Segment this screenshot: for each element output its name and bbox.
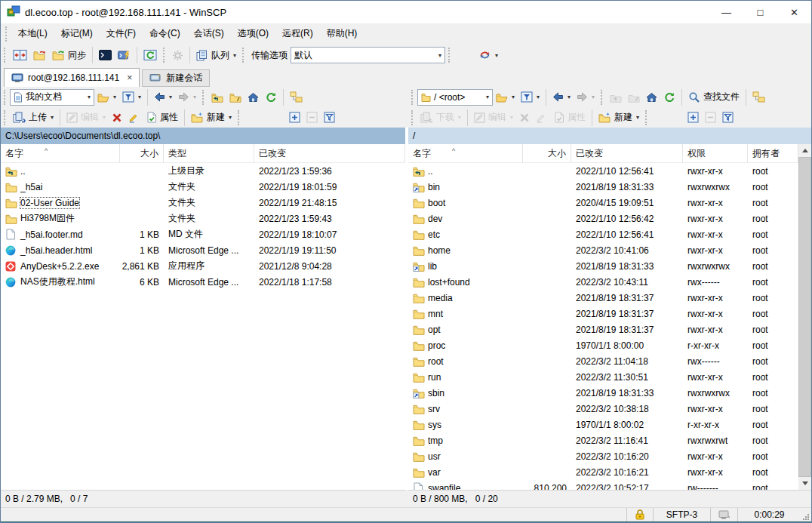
remote-tree-button[interactable] xyxy=(749,88,768,106)
table-row[interactable]: _h5ai文件夹2022/1/19 18:01:59 xyxy=(1,179,405,195)
table-row[interactable]: opt2021/8/19 18:31:37rwxr-xr-xroot xyxy=(408,321,798,337)
local-open-directory-button[interactable]: ▾ xyxy=(94,88,119,106)
queue-button[interactable]: 队列▾ xyxy=(193,46,239,64)
local-refresh-button[interactable] xyxy=(262,88,280,106)
session-status-cell[interactable] xyxy=(710,508,737,522)
open-console-button[interactable] xyxy=(115,46,134,64)
remote-parent-directory-button[interactable] xyxy=(607,88,625,106)
protocol-cell[interactable]: SFTP-3 xyxy=(653,508,710,522)
scroll-down-icon[interactable] xyxy=(798,477,811,490)
manage-connection-button[interactable]: ▾ xyxy=(475,46,501,64)
close-button[interactable]: ✕ xyxy=(777,1,811,23)
open-terminal-button[interactable] xyxy=(96,46,115,64)
table-row[interactable]: boot2020/4/15 19:09:51rwxr-xr-xroot xyxy=(408,195,798,211)
remote-scrollbar[interactable] xyxy=(798,144,811,490)
local-filter-button[interactable]: ▾ xyxy=(119,88,144,106)
local-parent-directory-button[interactable] xyxy=(208,88,226,106)
local-delete-button[interactable] xyxy=(109,109,125,127)
remote-filter-button[interactable]: ▾ xyxy=(518,88,543,106)
menu-item[interactable]: 选项(O) xyxy=(231,25,275,42)
remote-select-filter-button[interactable] xyxy=(719,109,737,127)
table-row[interactable]: swapfile810,2002022/3/2 10:52:17rw------… xyxy=(408,480,798,490)
table-row[interactable]: ..上级目录2022/1/23 1:59:36 xyxy=(1,163,405,179)
remote-open-directory-button[interactable]: ▾ xyxy=(493,88,518,106)
remote-path-bar[interactable]: / xyxy=(408,128,811,144)
local-new-button[interactable]: 新建▾ xyxy=(188,109,235,127)
local-edit-button[interactable]: 编辑▾ xyxy=(63,109,109,127)
table-row[interactable]: NAS使用教程.html6 KBMicrosoft Edge ...2022/1… xyxy=(1,274,405,290)
menu-item[interactable]: 远程(R) xyxy=(275,25,320,42)
synchronize-button[interactable]: 同步 xyxy=(49,46,89,64)
remote-select-button[interactable] xyxy=(684,109,702,127)
transfer-settings-combobox[interactable]: 默认▾ xyxy=(291,47,445,63)
remote-drive-combobox[interactable]: / <root>▾ xyxy=(417,89,493,106)
table-row[interactable]: proc1970/1/1 8:00:00r-xr-xr-xroot xyxy=(408,337,798,353)
remote-back-button[interactable]: ▾ xyxy=(549,88,574,106)
table-row[interactable]: srv2022/3/2 10:38:18rwxr-xr-xroot xyxy=(408,401,798,417)
table-row[interactable]: _h5ai.footer.md1 KBMD 文件2022/1/19 18:10:… xyxy=(1,226,405,242)
menu-item[interactable]: 文件(F) xyxy=(100,25,143,42)
local-select-button[interactable] xyxy=(286,109,303,127)
remote-go-to-directory-button[interactable] xyxy=(625,88,643,106)
menu-item[interactable]: 会话(S) xyxy=(187,25,231,42)
remote-edit-button[interactable]: 编辑▾ xyxy=(471,109,516,127)
table-row[interactable]: mnt2021/8/19 18:31:37rwxr-xr-xroot xyxy=(408,306,798,321)
table-row[interactable]: sys1970/1/1 8:00:02r-xr-xr-xroot xyxy=(408,417,798,432)
find-files-button[interactable]: 查找文件 xyxy=(685,88,743,106)
local-tree-button[interactable] xyxy=(287,88,306,106)
local-rename-button[interactable] xyxy=(125,109,143,127)
remote-delete-button[interactable] xyxy=(516,109,533,127)
table-row[interactable]: AnyDesk+5.2.2.exe2,861 KB应用程序2021/12/8 9… xyxy=(1,258,405,274)
local-home-button[interactable] xyxy=(245,88,262,106)
upload-button[interactable]: 上传▾ xyxy=(10,109,57,127)
table-row[interactable]: _h5ai.header.html1 KBMicrosoft Edge ...2… xyxy=(1,242,405,258)
local-forward-button[interactable]: ▾ xyxy=(175,88,199,106)
tab-new-session[interactable]: 新建会话 xyxy=(142,69,210,87)
column-header-2[interactable]: 大小 xyxy=(120,144,164,162)
column-header-3[interactable]: 已改变 xyxy=(571,144,683,162)
scroll-up-icon[interactable] xyxy=(798,144,811,157)
table-row[interactable]: lib2021/8/19 18:31:33rwxrwxrwxroot xyxy=(408,258,798,274)
column-header-4[interactable]: 权限 xyxy=(683,144,748,162)
swap-panels-button[interactable] xyxy=(10,46,30,64)
local-select-filter-button[interactable] xyxy=(321,109,338,127)
table-row[interactable]: sbin2021/8/19 18:31:33rwxrwxrwxroot xyxy=(408,385,798,401)
preferences-button[interactable] xyxy=(169,46,186,64)
tab-session-active[interactable]: root@192.168.111.141 × xyxy=(4,68,140,87)
local-path-bar[interactable]: C:\Users\ecoo\Documents\dl.ecoo.top\ xyxy=(1,128,405,144)
table-row[interactable]: lost+found2022/3/2 10:43:11rwx------root xyxy=(408,274,798,290)
column-header-4[interactable]: 已改变 xyxy=(254,144,405,162)
download-button[interactable]: 下载▾ xyxy=(417,109,464,127)
table-row[interactable]: run2022/3/2 11:30:51rwxr-xr-xroot xyxy=(408,369,798,385)
menu-item[interactable]: 帮助(H) xyxy=(320,25,364,42)
column-header-1[interactable]: 名字^ xyxy=(408,144,523,162)
minimize-button[interactable]: — xyxy=(709,1,743,23)
table-row[interactable]: root2022/3/2 11:04:18rwx------root xyxy=(408,353,798,369)
table-row[interactable]: ..2022/1/10 12:56:41rwxr-xr-xroot xyxy=(408,163,798,179)
table-row[interactable]: tmp2022/3/2 11:16:41rwxrwxrwtroot xyxy=(408,432,798,448)
column-header-2[interactable]: 大小 xyxy=(523,144,571,162)
remote-unselect-button[interactable] xyxy=(702,109,719,127)
tab-close-icon[interactable]: × xyxy=(127,72,132,83)
local-back-button[interactable]: ▾ xyxy=(151,88,175,106)
menu-item[interactable]: 本地(L) xyxy=(11,25,54,42)
column-header-5[interactable]: 拥有者 xyxy=(748,144,798,162)
column-header-3[interactable]: 类型 xyxy=(164,144,254,162)
remote-home-button[interactable] xyxy=(643,88,660,106)
table-row[interactable]: bin2021/8/19 18:31:33rwxrwxrwxroot xyxy=(408,179,798,195)
table-row[interactable]: etc2022/1/10 12:56:41rwxr-xr-xroot xyxy=(408,226,798,242)
menu-item[interactable]: 标记(M) xyxy=(54,25,100,42)
local-go-to-directory-button[interactable] xyxy=(226,88,245,106)
table-row[interactable]: var2022/3/2 10:16:21rwxr-xr-xroot xyxy=(408,464,798,480)
remote-properties-button[interactable]: 属性 xyxy=(551,109,589,127)
menu-item[interactable]: 命令(C) xyxy=(143,25,187,42)
local-drive-combobox[interactable]: 我的文档▾ xyxy=(10,89,94,106)
local-unselect-button[interactable] xyxy=(303,109,321,127)
table-row[interactable]: usr2022/3/2 10:16:20rwxr-xr-xroot xyxy=(408,448,798,464)
column-header-1[interactable]: 名字^ xyxy=(1,144,120,162)
remote-forward-button[interactable]: ▾ xyxy=(574,88,598,106)
scrollbar-thumb[interactable] xyxy=(798,157,811,477)
remote-new-button[interactable]: 新建▾ xyxy=(595,109,642,127)
table-row[interactable]: Hi3798M固件文件夹2022/1/23 1:59:43 xyxy=(1,211,405,226)
remote-rename-button[interactable] xyxy=(533,109,551,127)
